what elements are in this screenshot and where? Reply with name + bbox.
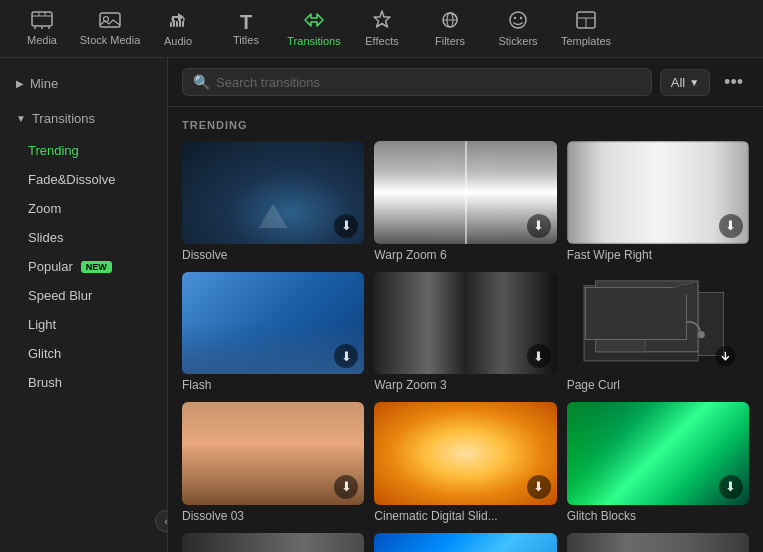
search-bar: 🔍 All ▼ ••• [168, 58, 763, 107]
transitions-icon [303, 10, 325, 33]
svg-point-2 [104, 17, 109, 22]
nav-templates-label: Templates [561, 35, 611, 47]
svg-point-13 [520, 17, 522, 19]
sidebar-item-glitch[interactable]: Glitch [0, 339, 167, 368]
mine-arrow-icon: ▶ [16, 78, 24, 89]
sidebar-mine-label: Mine [30, 76, 58, 91]
nav-effects[interactable]: Effects [348, 0, 416, 58]
thumb-dark1: ⬇ [182, 533, 364, 552]
caption-dissolve: Dissolve [182, 248, 364, 262]
caption-flash: Flash [182, 378, 364, 392]
nav-templates[interactable]: Templates [552, 0, 620, 58]
download-icon[interactable]: ⬇ [527, 344, 551, 368]
thumb-dissolve03: ⬇ [182, 402, 364, 505]
download-icon[interactable]: ⬇ [719, 214, 743, 238]
sidebar-brush-label: Brush [28, 375, 62, 390]
nav-stickers[interactable]: Stickers [484, 0, 552, 58]
svg-rect-6 [179, 19, 181, 27]
sidebar-zoom-label: Zoom [28, 201, 61, 216]
svg-rect-0 [32, 12, 52, 26]
search-icon: 🔍 [193, 74, 210, 90]
list-item[interactable]: ⬇ Dissolve 03 [182, 402, 364, 523]
sidebar-mine-toggle[interactable]: ▶ Mine [16, 72, 151, 95]
sidebar-transitions-toggle[interactable]: ▼ Transitions [16, 107, 151, 130]
download-icon[interactable]: ⬇ [334, 475, 358, 499]
main-area: ▶ Mine ▼ Transitions Trending Fade&Disso… [0, 58, 763, 552]
section-label: TRENDING [182, 119, 749, 131]
nav-media-label: Media [27, 34, 57, 46]
sidebar-item-slides[interactable]: Slides [0, 223, 167, 252]
list-item[interactable]: ⬇ Dark Ri... [182, 533, 364, 552]
download-icon[interactable]: ⬇ [719, 475, 743, 499]
thumb-flash: ⬇ [182, 272, 364, 375]
filters-icon [439, 10, 461, 33]
nav-audio[interactable]: Audio [144, 0, 212, 58]
caption-fastwipe: Fast Wipe Right [567, 248, 749, 262]
thumb-dissolve: ⬇ [182, 141, 364, 244]
chevron-down-icon: ▼ [689, 77, 699, 88]
nav-transitions[interactable]: Transitions [280, 0, 348, 58]
nav-media[interactable]: Media [8, 0, 76, 58]
sidebar-collapse-button[interactable]: ‹ [155, 510, 168, 532]
sidebar-item-fade-dissolve[interactable]: Fade&Dissolve [0, 165, 167, 194]
nav-filters[interactable]: Filters [416, 0, 484, 58]
templates-icon [575, 10, 597, 33]
list-item[interactable]: ⬇ Cinematic Digital Slid... [374, 402, 556, 523]
sidebar-item-zoom[interactable]: Zoom [0, 194, 167, 223]
sidebar-trending-label: Trending [28, 143, 79, 158]
sidebar-item-popular[interactable]: Popular NEW [0, 252, 167, 281]
download-icon[interactable]: ⬇ [527, 475, 551, 499]
nav-titles-label: Titles [233, 34, 259, 46]
search-input-wrap: 🔍 [182, 68, 652, 96]
list-item[interactable]: ⬇ Warp Zoom 3 [374, 272, 556, 393]
svg-point-11 [510, 12, 526, 28]
list-item[interactable]: ⬇ Photo F... [374, 533, 556, 552]
stock-media-icon [99, 11, 121, 32]
thumb-blue: ⬇ [374, 533, 556, 552]
list-item[interactable]: ⬇ Flash [182, 272, 364, 393]
thumb-glitch: ⬇ [567, 402, 749, 505]
sidebar-fade-dissolve-label: Fade&Dissolve [28, 172, 115, 187]
sidebar-item-speed-blur[interactable]: Speed Blur [0, 281, 167, 310]
sidebar-item-light[interactable]: Light [0, 310, 167, 339]
caption-pagecurl: Page Curl [567, 378, 749, 392]
nav-audio-label: Audio [164, 35, 192, 47]
svg-rect-1 [100, 13, 120, 27]
caption-glitch: Glitch Blocks [567, 509, 749, 523]
list-item[interactable]: ⬇ Warp Zoom 6 [374, 141, 556, 262]
nav-stock-media-label: Stock Media [80, 34, 141, 46]
more-options-button[interactable]: ••• [718, 70, 749, 95]
nav-stock-media[interactable]: Stock Media [76, 0, 144, 58]
media-icon [31, 11, 53, 32]
caption-dissolve03: Dissolve 03 [182, 509, 364, 523]
nav-stickers-label: Stickers [498, 35, 537, 47]
transitions-grid: ⬇ Dissolve ⬇ Warp Zoom 6 ⬇ [182, 141, 749, 552]
thumb-warpzoom6: ⬇ [374, 141, 556, 244]
grid-container: TRENDING ⬇ Dissolve ⬇ Warp Zoom [168, 107, 763, 552]
svg-point-12 [514, 17, 516, 19]
new-badge: NEW [81, 261, 112, 273]
svg-rect-3 [170, 22, 172, 27]
caption-warpzoom6: Warp Zoom 6 [374, 248, 556, 262]
svg-rect-7 [182, 21, 184, 27]
list-item[interactable]: ⬇ Glitch Blocks [567, 402, 749, 523]
search-input[interactable] [216, 75, 641, 90]
sidebar-glitch-label: Glitch [28, 346, 61, 361]
thumb-cinematic: ⬇ [374, 402, 556, 505]
sidebar-popular-label: Popular [28, 259, 73, 274]
sidebar-item-brush[interactable]: Brush [0, 368, 167, 397]
nav-titles[interactable]: T Titles [212, 0, 280, 58]
sidebar-item-trending[interactable]: Trending [0, 136, 167, 165]
list-item[interactable]: ⬇ Dissolve [182, 141, 364, 262]
nav-effects-label: Effects [365, 35, 398, 47]
filter-dropdown[interactable]: All ▼ [660, 69, 710, 96]
list-item[interactable]: Page Curl [567, 272, 749, 393]
titles-icon: T [240, 12, 252, 32]
download-icon[interactable]: ⬇ [334, 214, 358, 238]
list-item[interactable]: ⬇ Dark le... [567, 533, 749, 552]
download-icon[interactable]: ⬇ [527, 214, 551, 238]
nav-filters-label: Filters [435, 35, 465, 47]
thumb-warpzoom3: ⬇ [374, 272, 556, 375]
sidebar-mine-section: ▶ Mine [0, 66, 167, 101]
list-item[interactable]: ⬇ Fast Wipe Right [567, 141, 749, 262]
